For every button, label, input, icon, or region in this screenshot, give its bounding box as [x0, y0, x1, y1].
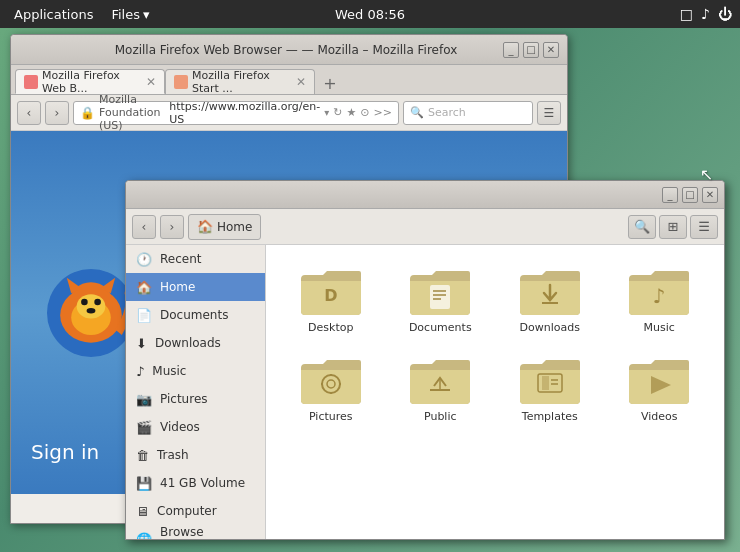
music-folder-label: Music — [644, 321, 675, 334]
svg-point-5 — [81, 298, 88, 305]
public-folder-label: Public — [424, 410, 457, 423]
desktop-folder-label: Desktop — [308, 321, 353, 334]
computer-icon: 🖥 — [136, 504, 149, 519]
firefox-tab-2[interactable]: Mozilla Firefox Start ... ✕ — [165, 69, 315, 94]
back-button[interactable]: ‹ — [17, 101, 41, 125]
firefox-titlebar: Mozilla Firefox Web Browser — — Mozilla … — [11, 35, 567, 65]
firefox-minimize-btn[interactable]: _ — [503, 42, 519, 58]
network-icon: 🌐 — [136, 532, 152, 540]
url-suffix: ▾ — [324, 107, 329, 118]
fm-window-controls: _ □ ✕ — [662, 187, 718, 203]
url-org: Mozilla Foundation (US) — [99, 93, 165, 132]
sidebar-item-pictures[interactable]: 📷 Pictures — [126, 385, 265, 413]
url-bar[interactable]: 🔒 Mozilla Foundation (US) https://www.mo… — [73, 101, 399, 125]
sidebar-item-computer[interactable]: 🖥 Computer — [126, 497, 265, 525]
new-tab-button[interactable]: + — [319, 72, 341, 94]
power-icon[interactable]: ⏻ — [718, 6, 732, 22]
public-folder-icon — [408, 354, 472, 406]
fm-home-icon: 🏠 — [197, 219, 213, 234]
desktop: Applications Files ▾ Wed 08:56 □ ♪ ⏻ Moz… — [0, 0, 740, 552]
sidebar-item-home[interactable]: 🏠 Home — [126, 273, 265, 301]
url-text: https://www.mozilla.org/en-US — [169, 100, 320, 126]
sidebar-item-trash[interactable]: 🗑 Trash — [126, 441, 265, 469]
search-placeholder: Search — [428, 106, 466, 119]
top-panel: Applications Files ▾ Wed 08:56 □ ♪ ⏻ — [0, 0, 740, 28]
menu-button[interactable]: ☰ — [537, 101, 561, 125]
sidebar-item-documents[interactable]: 📄 Documents — [126, 301, 265, 329]
sidebar-item-volume[interactable]: 💾 41 GB Volume — [126, 469, 265, 497]
sidebar-item-network[interactable]: 🌐 Browse Network — [126, 525, 265, 539]
fm-list-view-btn[interactable]: ☰ — [690, 215, 718, 239]
videos-folder-label: Videos — [641, 410, 678, 423]
fm-location-bar[interactable]: 🏠 Home — [188, 214, 261, 240]
folder-desktop[interactable]: D Desktop — [276, 255, 386, 344]
downloads-label: Downloads — [155, 336, 221, 350]
fm-grid-view-btn[interactable]: ⊞ — [659, 215, 687, 239]
downloads-icon: ⬇ — [136, 336, 147, 351]
documents-folder-icon — [408, 265, 472, 317]
folder-pictures[interactable]: Pictures — [276, 344, 386, 433]
window-icon[interactable]: □ — [680, 6, 693, 22]
applications-menu[interactable]: Applications — [6, 7, 101, 22]
templates-folder-icon — [518, 354, 582, 406]
tab2-close[interactable]: ✕ — [296, 75, 306, 89]
documents-label: Documents — [160, 308, 228, 322]
lock-icon: 🔒 — [80, 106, 95, 120]
home-label: Home — [160, 280, 195, 294]
fm-back-btn[interactable]: ‹ — [132, 215, 156, 239]
svg-text:D: D — [324, 286, 337, 305]
pictures-icon: 📷 — [136, 392, 152, 407]
signin-text: Sign in — [31, 440, 99, 464]
tab1-close[interactable]: ✕ — [146, 75, 156, 89]
fm-location-label: Home — [217, 220, 252, 234]
firefox-tab-1[interactable]: Mozilla Firefox Web B... ✕ — [15, 69, 165, 94]
tab2-label: Mozilla Firefox Start ... — [192, 69, 290, 95]
trash-label: Trash — [157, 448, 189, 462]
sidebar-item-videos[interactable]: 🎬 Videos — [126, 413, 265, 441]
filemanager-window: _ □ ✕ ‹ › 🏠 Home 🔍 ⊞ ☰ 🕐 Recent — [125, 180, 725, 540]
fm-toolbar-right: 🔍 ⊞ ☰ — [628, 215, 718, 239]
fm-titlebar: _ □ ✕ — [126, 181, 724, 209]
fm-search-btn[interactable]: 🔍 — [628, 215, 656, 239]
folder-documents[interactable]: Documents — [386, 255, 496, 344]
svg-rect-9 — [430, 285, 450, 309]
videos-icon: 🎬 — [136, 420, 152, 435]
volume-label: 41 GB Volume — [160, 476, 245, 490]
fm-minimize-btn[interactable]: _ — [662, 187, 678, 203]
svg-point-7 — [87, 308, 96, 314]
sidebar-item-recent[interactable]: 🕐 Recent — [126, 245, 265, 273]
sidebar-item-music[interactable]: ♪ Music — [126, 357, 265, 385]
fm-forward-btn[interactable]: › — [160, 215, 184, 239]
music-label: Music — [152, 364, 186, 378]
fm-body: 🕐 Recent 🏠 Home 📄 Documents ⬇ Downloads … — [126, 245, 724, 539]
fm-close-btn[interactable]: ✕ — [702, 187, 718, 203]
folder-videos[interactable]: Videos — [605, 344, 715, 433]
files-menu-arrow: ▾ — [143, 7, 150, 22]
forward-button[interactable]: › — [45, 101, 69, 125]
downloads-folder-label: Downloads — [520, 321, 580, 334]
search-bar[interactable]: 🔍 Search — [403, 101, 533, 125]
volume-icon[interactable]: ♪ — [701, 6, 710, 22]
panel-clock: Wed 08:56 — [335, 7, 405, 22]
firefox-close-btn[interactable]: ✕ — [543, 42, 559, 58]
videos-folder-icon — [627, 354, 691, 406]
downloads-folder-icon — [518, 265, 582, 317]
fm-maximize-btn[interactable]: □ — [682, 187, 698, 203]
tab1-favicon — [24, 75, 38, 89]
templates-folder-label: Templates — [522, 410, 578, 423]
music-icon: ♪ — [136, 364, 144, 379]
folder-public[interactable]: Public — [386, 344, 496, 433]
folder-downloads[interactable]: Downloads — [495, 255, 605, 344]
svg-rect-22 — [542, 376, 549, 390]
folder-templates[interactable]: Templates — [495, 344, 605, 433]
firefox-toolbar: ‹ › 🔒 Mozilla Foundation (US) https://ww… — [11, 95, 567, 131]
firefox-maximize-btn[interactable]: □ — [523, 42, 539, 58]
sidebar-item-downloads[interactable]: ⬇ Downloads — [126, 329, 265, 357]
files-menu[interactable]: Files ▾ — [105, 7, 155, 22]
svg-point-4 — [77, 294, 106, 318]
firefox-window-controls: _ □ ✕ — [503, 42, 559, 58]
firefox-tabs: Mozilla Firefox Web B... ✕ Mozilla Firef… — [11, 65, 567, 95]
folder-music[interactable]: ♪ Music — [605, 255, 715, 344]
tab1-label: Mozilla Firefox Web B... — [42, 69, 140, 95]
videos-label: Videos — [160, 420, 200, 434]
